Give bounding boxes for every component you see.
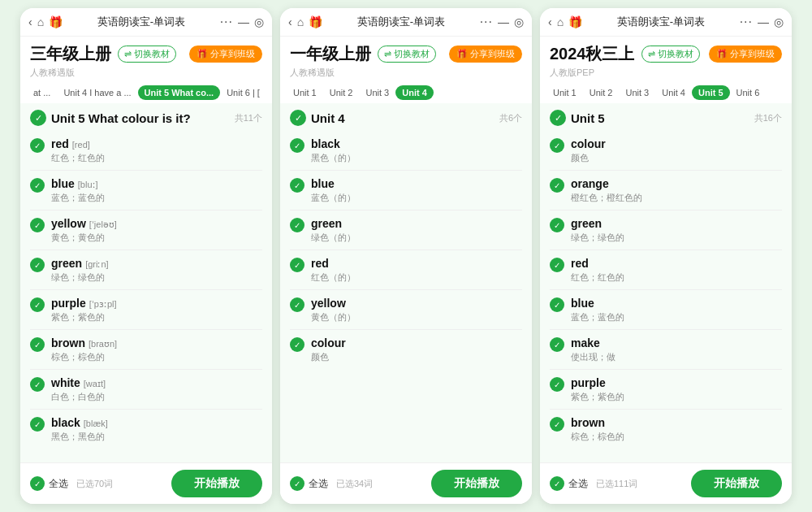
word-info: blue蓝色；蓝色的 <box>571 296 782 323</box>
unit-tab-2[interactable]: Unit 5 What co... <box>138 85 221 100</box>
share-class-button[interactable]: 🎁 分享到班级 <box>709 46 782 63</box>
word-info: make使出现；做 <box>571 336 782 363</box>
word-en-text: purple <box>571 376 606 389</box>
word-item[interactable]: ✓make使出现；做 <box>550 330 782 370</box>
unit-tab-1[interactable]: Unit 2 <box>323 85 360 100</box>
unit-tab-3[interactable]: Unit 6 | [ <box>220 85 266 100</box>
minimize-icon[interactable]: — <box>498 15 509 28</box>
word-item[interactable]: ✓brown[braʊn]棕色；棕色的 <box>30 330 262 370</box>
word-item[interactable]: ✓green[griːn]绿色；绿色的 <box>30 250 262 290</box>
select-all-button[interactable]: ✓全选 <box>550 476 588 491</box>
home-icon[interactable]: ⌂ <box>37 15 44 28</box>
word-item[interactable]: ✓yellow黄色（的） <box>290 290 522 330</box>
word-chinese: 蓝色；蓝色的 <box>571 311 782 323</box>
share-class-button[interactable]: 🎁 分享到班级 <box>189 46 262 63</box>
target-icon[interactable]: ◎ <box>514 15 524 28</box>
more-icon[interactable]: ··· <box>480 15 493 29</box>
word-english: yellow <box>311 296 522 310</box>
word-chinese: 红色；红色的 <box>571 271 782 284</box>
unit-tab-2[interactable]: Unit 3 <box>360 85 396 100</box>
play-button[interactable]: 开始播放 <box>431 470 522 497</box>
unit-tab-1[interactable]: Unit 4 I have a ... <box>57 85 137 100</box>
word-phonetic: [bluː] <box>78 180 98 189</box>
play-button[interactable]: 开始播放 <box>691 470 782 497</box>
word-chinese: 绿色；绿色的 <box>571 232 782 244</box>
gift-icon[interactable]: 🎁 <box>568 15 582 28</box>
word-item[interactable]: ✓purple[ˈpɜːpl]紫色；紫色的 <box>30 290 262 330</box>
more-icon[interactable]: ··· <box>220 15 233 29</box>
share-class-button[interactable]: 🎁 分享到班级 <box>449 46 522 63</box>
word-en-text: black <box>311 137 340 150</box>
word-info: green绿色；绿色的 <box>571 216 782 244</box>
word-chinese: 棕色；棕色的 <box>571 431 782 443</box>
word-item[interactable]: ✓colour颜色 <box>550 131 782 171</box>
word-chinese: 棕色；棕色的 <box>51 351 262 363</box>
word-info: red红色（的） <box>311 256 522 284</box>
select-all-check-icon: ✓ <box>290 476 304 491</box>
unit-tab-0[interactable]: Unit 1 <box>287 85 323 100</box>
word-english: brown <box>571 415 782 430</box>
word-english: brown[braʊn] <box>51 336 262 350</box>
word-item[interactable]: ✓red红色；红色的 <box>550 250 782 290</box>
select-all-button[interactable]: ✓全选 <box>290 476 328 491</box>
word-item[interactable]: ✓orange橙红色；橙红色的 <box>550 171 782 210</box>
word-chinese: 黄色；黄色的 <box>51 232 262 244</box>
word-check-icon: ✓ <box>290 297 304 312</box>
home-icon[interactable]: ⌂ <box>297 15 304 28</box>
word-item[interactable]: ✓blue蓝色；蓝色的 <box>550 290 782 330</box>
word-item[interactable]: ✓green绿色（的） <box>290 210 522 250</box>
selected-count-label: 已选70词 <box>76 478 163 490</box>
home-icon[interactable]: ⌂ <box>557 15 564 28</box>
more-icon[interactable]: ··· <box>740 15 753 29</box>
word-item[interactable]: ✓brown棕色；棕色的 <box>550 410 782 449</box>
word-item[interactable]: ✓red[red]红色；红色的 <box>30 131 262 171</box>
target-icon[interactable]: ◎ <box>254 15 264 28</box>
back-icon[interactable]: ‹ <box>548 15 552 28</box>
word-item[interactable]: ✓blue蓝色（的） <box>290 171 522 210</box>
switch-textbook-button[interactable]: ⇌ 切换教材 <box>641 46 700 63</box>
unit-tab-0[interactable]: at ... <box>27 85 57 100</box>
switch-textbook-button[interactable]: ⇌ 切换教材 <box>118 46 176 63</box>
target-icon[interactable]: ◎ <box>774 15 784 28</box>
word-en-text: brown <box>51 336 85 349</box>
word-item[interactable]: ✓green绿色；绿色的 <box>550 210 782 250</box>
word-item[interactable]: ✓black[blæk]黑色；黑色的 <box>30 410 262 449</box>
gift-icon[interactable]: 🎁 <box>309 15 322 28</box>
word-info: brown[braʊn]棕色；棕色的 <box>51 336 262 363</box>
header-row: 三年级上册⇌ 切换教材🎁 分享到班级 <box>30 43 262 65</box>
minimize-icon[interactable]: — <box>238 15 249 28</box>
unit-tab-5[interactable]: Unit 6 <box>730 85 767 100</box>
word-info: brown棕色；棕色的 <box>571 415 782 443</box>
unit-tab-0[interactable]: Unit 1 <box>546 85 583 100</box>
word-item[interactable]: ✓white[waɪt]白色；白色的 <box>30 370 262 410</box>
gift-icon[interactable]: 🎁 <box>49 15 63 28</box>
minimize-icon[interactable]: — <box>758 15 769 28</box>
word-info: colour颜色 <box>571 137 782 164</box>
unit-tab-1[interactable]: Unit 2 <box>583 85 620 100</box>
unit-count: 共6个 <box>499 112 522 124</box>
word-check-icon: ✓ <box>550 258 564 272</box>
word-item[interactable]: ✓blue[bluː]蓝色；蓝色的 <box>30 171 262 210</box>
unit-tab-3[interactable]: Unit 4 <box>395 85 434 100</box>
unit-tab-4[interactable]: Unit 5 <box>692 85 730 100</box>
unit-name: Unit 4 <box>311 111 345 125</box>
phone-card-1: ‹ ⌂ 🎁 英语朗读宝-单词表 ··· — ◎ 三年级上册⇌ 切换教材🎁 分享到… <box>20 8 272 504</box>
word-check-icon: ✓ <box>30 258 45 272</box>
word-item[interactable]: ✓purple紫色；紫色的 <box>550 370 782 410</box>
word-item[interactable]: ✓yellow[ˈjeləʊ]黄色；黄色的 <box>30 210 262 250</box>
unit-tab-2[interactable]: Unit 3 <box>620 85 656 100</box>
word-check-icon: ✓ <box>550 218 564 232</box>
word-item[interactable]: ✓red红色（的） <box>290 250 522 290</box>
word-item[interactable]: ✓black黑色（的） <box>290 131 522 171</box>
select-all-label: 全选 <box>568 477 588 491</box>
switch-textbook-button[interactable]: ⇌ 切换教材 <box>378 46 436 63</box>
word-check-icon: ✓ <box>30 337 45 352</box>
unit-tab-3[interactable]: Unit 4 <box>655 85 692 100</box>
word-item[interactable]: ✓colour颜色 <box>290 330 522 369</box>
back-icon[interactable]: ‹ <box>288 15 292 28</box>
play-button[interactable]: 开始播放 <box>171 470 262 497</box>
word-phonetic: [ˈjeləʊ] <box>89 219 117 229</box>
back-icon[interactable]: ‹ <box>28 15 32 28</box>
select-all-button[interactable]: ✓全选 <box>30 476 68 491</box>
unit-heading: ✓Unit 5 <box>550 110 605 126</box>
